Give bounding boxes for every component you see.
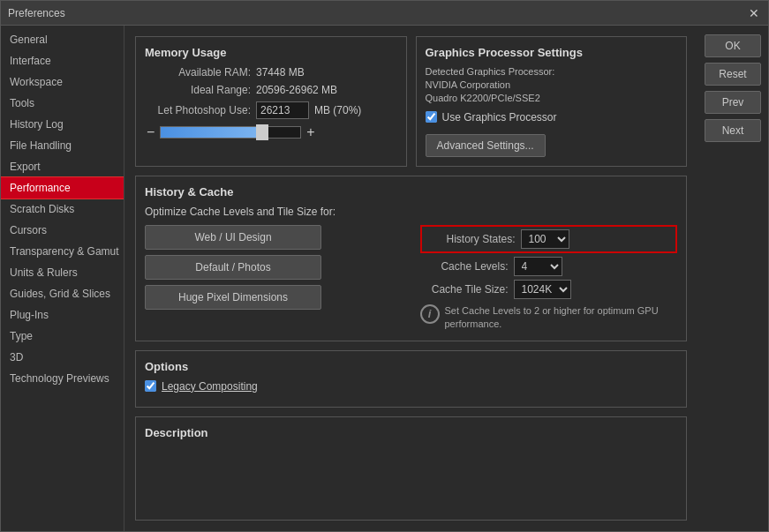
default-photos-button[interactable]: Default / Photos: [145, 255, 321, 280]
hc-content: Web / UI Design Default / Photos Huge Pi…: [145, 225, 677, 332]
legacy-compositing-row: Legacy Compositing: [145, 380, 677, 393]
sidebar-item-tech-previews[interactable]: Technology Previews: [1, 368, 124, 389]
memory-decrease-button[interactable]: −: [145, 124, 156, 140]
let-ps-use-input[interactable]: [256, 101, 309, 119]
sidebar-item-type[interactable]: Type: [1, 326, 124, 347]
optimize-label: Optimize Cache Levels and Tile Size for:: [145, 206, 677, 218]
sidebar-item-history-log[interactable]: History Log: [1, 114, 124, 135]
description-title: Description: [145, 426, 677, 439]
sidebar-item-guides-grid[interactable]: Guides, Grid & Slices: [1, 283, 124, 304]
sidebar-item-performance[interactable]: Performance: [1, 177, 124, 199]
history-cache-panel: History & Cache Optimize Cache Levels an…: [135, 176, 687, 341]
sidebar-item-export[interactable]: Export: [1, 156, 124, 177]
history-states-select[interactable]: 100: [521, 229, 569, 249]
sidebar-item-plugins[interactable]: Plug-Ins: [1, 304, 124, 326]
legacy-compositing-checkbox[interactable]: [145, 380, 156, 392]
use-gpu-row: Use Graphics Processor: [426, 111, 678, 124]
graphics-panel: Graphics Processor Settings Detected Gra…: [416, 36, 688, 167]
reset-button[interactable]: Reset: [705, 63, 761, 86]
cache-tile-size-select[interactable]: 1024K: [514, 280, 571, 299]
slider-fill: [161, 127, 259, 138]
title-bar: Preferences ✕: [1, 1, 768, 26]
let-ps-use-label: Let Photoshop Use:: [145, 104, 251, 116]
action-buttons: OK Reset Prev Next: [697, 26, 768, 531]
sidebar-item-cursors[interactable]: Cursors: [1, 220, 124, 241]
memory-title: Memory Usage: [145, 46, 397, 59]
huge-pixel-button[interactable]: Huge Pixel Dimensions: [145, 285, 321, 310]
ideal-range-label: Ideal Range:: [145, 84, 251, 96]
main-content: Memory Usage Available RAM: 37448 MB Ide…: [124, 26, 697, 531]
use-gpu-checkbox[interactable]: [426, 111, 437, 123]
available-ram-label: Available RAM:: [145, 66, 251, 79]
cache-tile-size-label: Cache Tile Size:: [420, 283, 509, 296]
sidebar-item-3d[interactable]: 3D: [1, 347, 124, 368]
cache-levels-label: Cache Levels:: [420, 260, 509, 273]
gpu-line1: NVIDIA Corporation: [426, 79, 511, 90]
hc-settings: History States: 100 Cache Levels: 4: [420, 225, 678, 332]
gpu-name: NVIDIA Corporation Quadro K2200/PCIe/SSE…: [426, 79, 678, 106]
gpu-line2: Quadro K2200/PCIe/SSE2: [426, 93, 540, 103]
sidebar-item-workspace[interactable]: Workspace: [1, 71, 124, 93]
ok-button[interactable]: OK: [705, 34, 761, 57]
cache-tile-size-row: Cache Tile Size: 1024K: [420, 280, 678, 299]
options-panel: Options Legacy Compositing: [135, 350, 687, 408]
ideal-range-value: 20596-26962 MB: [256, 84, 337, 96]
memory-panel: Memory Usage Available RAM: 37448 MB Ide…: [135, 36, 407, 167]
close-button[interactable]: ✕: [747, 6, 761, 20]
history-states-row: History States: 100: [420, 225, 678, 253]
memory-increase-button[interactable]: +: [305, 124, 316, 140]
graphics-title: Graphics Processor Settings: [426, 46, 678, 59]
sidebar: GeneralInterfaceWorkspaceToolsHistory Lo…: [1, 26, 124, 531]
use-gpu-label: Use Graphics Processor: [442, 111, 557, 124]
preferences-dialog: Preferences ✕ GeneralInterfaceWorkspaceT…: [0, 0, 769, 532]
info-icon: i: [420, 304, 440, 324]
sidebar-item-tools[interactable]: Tools: [1, 93, 124, 114]
history-cache-title: History & Cache: [145, 185, 677, 199]
detected-label: Detected Graphics Processor:: [426, 66, 678, 77]
dialog-content: GeneralInterfaceWorkspaceToolsHistory Lo…: [1, 26, 768, 531]
cache-levels-row: Cache Levels: 4: [420, 257, 678, 276]
sidebar-item-interface[interactable]: Interface: [1, 50, 124, 71]
available-ram-value: 37448 MB: [256, 66, 305, 79]
legacy-compositing-label: Legacy Compositing: [162, 380, 258, 393]
description-panel: Description: [135, 416, 687, 521]
sidebar-item-units-rulers[interactable]: Units & Rulers: [1, 262, 124, 283]
cache-levels-select[interactable]: 4: [514, 257, 562, 276]
info-row: i Set Cache Levels to 2 or higher for op…: [420, 304, 678, 332]
memory-slider-container: − +: [145, 124, 397, 140]
next-button[interactable]: Next: [705, 119, 761, 142]
history-states-label: History States:: [427, 233, 516, 245]
let-photoshop-use-row: Let Photoshop Use: MB (70%): [145, 101, 397, 119]
sidebar-item-scratch-disks[interactable]: Scratch Disks: [1, 199, 124, 220]
prev-button[interactable]: Prev: [705, 91, 761, 114]
top-panels: Memory Usage Available RAM: 37448 MB Ide…: [135, 36, 687, 167]
sidebar-item-general[interactable]: General: [1, 29, 124, 50]
available-ram-row: Available RAM: 37448 MB: [145, 66, 397, 79]
slider-thumb[interactable]: [256, 124, 268, 140]
mb-percent-label: MB (70%): [314, 104, 361, 116]
web-ui-design-button[interactable]: Web / UI Design: [145, 225, 321, 250]
options-title: Options: [145, 360, 677, 373]
advanced-settings-button[interactable]: Advanced Settings...: [426, 134, 546, 157]
hc-buttons: Web / UI Design Default / Photos Huge Pi…: [145, 225, 403, 332]
info-text: Set Cache Levels to 2 or higher for opti…: [445, 304, 678, 332]
ideal-range-row: Ideal Range: 20596-26962 MB: [145, 84, 397, 96]
memory-slider[interactable]: [160, 126, 301, 139]
sidebar-item-transparency-gamut[interactable]: Transparency & Gamut: [1, 241, 124, 262]
sidebar-item-file-handling[interactable]: File Handling: [1, 135, 124, 156]
dialog-title: Preferences: [8, 7, 65, 19]
